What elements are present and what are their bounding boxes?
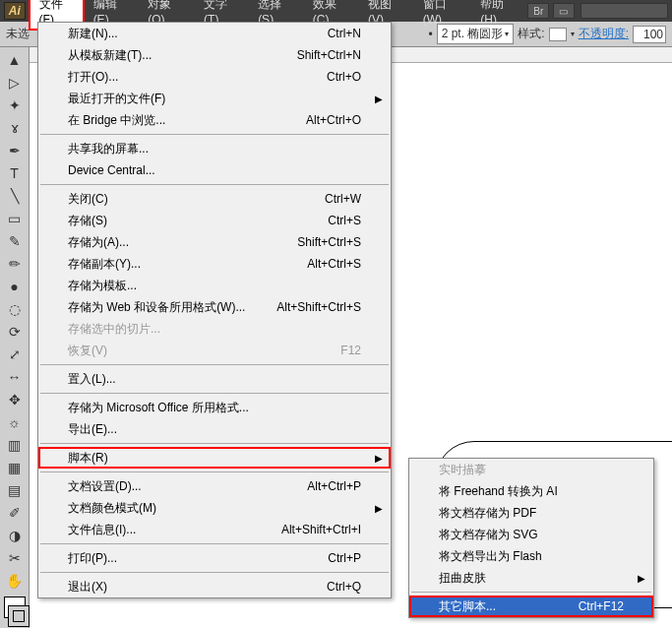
menu-item-label: 退出(X) — [68, 579, 327, 596]
menu-item[interactable]: 扭曲皮肤▶ — [409, 567, 653, 589]
eyedropper-tool[interactable]: ✐ — [3, 502, 27, 524]
submenu-arrow-icon: ▶ — [375, 453, 383, 464]
menu-item-label: 存储为模板... — [68, 278, 361, 294]
menu-item[interactable]: 退出(X)Ctrl+Q — [38, 576, 391, 597]
menu-item: 恢复(V)F12 — [38, 340, 391, 361]
menu-item[interactable]: 将文档存储为 SVG — [409, 524, 653, 545]
menu-item[interactable]: 存储副本(Y)...Alt+Ctrl+S — [38, 253, 391, 275]
menu-shortcut: Alt+Ctrl+S — [307, 257, 361, 271]
search-input[interactable] — [580, 3, 668, 19]
type-tool[interactable]: T — [3, 162, 27, 184]
menu-item[interactable]: 将文档导出为 Flash — [409, 545, 653, 567]
menu-item[interactable]: 将 Freehand 转换为 AI — [409, 480, 653, 502]
scale-tool[interactable]: ⤢ — [3, 344, 27, 365]
menu-item-label: 将 Freehand 转换为 AI — [439, 483, 624, 500]
menu-item[interactable]: 存储为(A)...Shift+Ctrl+S — [38, 231, 391, 253]
menu-item[interactable]: 最近打开的文件(F)▶ — [38, 88, 391, 109]
free-tool[interactable]: ✥ — [3, 389, 27, 410]
graph-tool[interactable]: ▥ — [3, 434, 27, 456]
gradient-tool[interactable]: ▤ — [3, 479, 27, 501]
menu-item-label: 存储副本(Y)... — [68, 256, 307, 273]
menu-item[interactable]: 其它脚本...Ctrl+F12 — [409, 596, 653, 617]
pen-tool[interactable]: ✒ — [3, 140, 27, 161]
slice-tool[interactable]: ✂ — [3, 547, 27, 569]
menu-item[interactable]: 在 Bridge 中浏览...Alt+Ctrl+O — [38, 109, 391, 131]
menu-item-label: 共享我的屏幕... — [68, 141, 361, 157]
stroke-swatch[interactable] — [8, 605, 30, 627]
menu-item[interactable]: 将文档存储为 PDF — [409, 502, 653, 524]
menu-item-label: 存储为 Microsoft Office 所用格式... — [68, 400, 361, 416]
menu-item[interactable]: 导出(E)... — [38, 418, 391, 440]
menu-item[interactable]: 文档颜色模式(M)▶ — [38, 497, 391, 519]
bridge-icon[interactable]: Br — [527, 3, 549, 19]
menu-item-label: 实时描摹 — [439, 462, 624, 478]
menu-item[interactable]: 文档设置(D)...Alt+Ctrl+P — [38, 475, 391, 497]
menu-item[interactable]: 存储为模板... — [38, 275, 391, 296]
menu-item-label: 恢复(V) — [68, 343, 340, 359]
menu-item[interactable]: 文件信息(I)...Alt+Shift+Ctrl+I — [38, 519, 391, 540]
menu-item-label: 将文档存储为 SVG — [439, 527, 624, 543]
opacity-value[interactable]: 100 — [633, 26, 666, 43]
menu-separator — [40, 184, 389, 185]
menubar: Ai 文件(F) 编辑(E) 对象(O) 文字(T) 选择(S) 效果(C) 视… — [0, 0, 672, 22]
rect-tool[interactable]: ▭ — [3, 208, 27, 229]
menu-shortcut: Alt+Ctrl+O — [306, 113, 361, 127]
menu-item-label: 打印(P)... — [68, 550, 328, 567]
menu-item[interactable]: 打印(P)...Ctrl+P — [38, 547, 391, 569]
menu-separator — [411, 592, 651, 593]
menu-separator — [40, 471, 389, 472]
selection-tool[interactable]: ▲ — [3, 49, 27, 71]
submenu-arrow-icon: ▶ — [638, 573, 645, 584]
menu-item[interactable]: 新建(N)...Ctrl+N — [38, 23, 391, 44]
menu-item-label: 文档设置(D)... — [68, 478, 307, 495]
app-logo: Ai — [4, 2, 26, 20]
width-tool[interactable]: ↔ — [3, 366, 27, 388]
layout-icon[interactable]: ▭ — [553, 3, 575, 19]
direct-select-tool[interactable]: ▷ — [3, 72, 27, 94]
mesh-tool[interactable]: ▦ — [3, 457, 27, 478]
symbol-tool[interactable]: ☼ — [3, 411, 27, 433]
menu-separator — [40, 393, 389, 394]
menu-item-label: Device Central... — [68, 163, 361, 177]
lasso-tool[interactable]: ɤ — [3, 117, 27, 139]
submenu-arrow-icon: ▶ — [375, 94, 383, 104]
style-label: 样式: — [518, 26, 544, 42]
opacity-label[interactable]: 不透明度: — [579, 26, 629, 42]
brush-tool[interactable]: ✎ — [3, 230, 27, 252]
blend-tool[interactable]: ◑ — [3, 525, 27, 546]
menu-item[interactable]: 存储为 Microsoft Office 所用格式... — [38, 397, 391, 418]
menu-item-label: 将文档存储为 PDF — [439, 505, 624, 522]
magic-wand-tool[interactable]: ✦ — [3, 94, 27, 116]
rotate-tool[interactable]: ⟳ — [3, 321, 27, 343]
menu-item[interactable]: 存储(S)Ctrl+S — [38, 210, 391, 231]
menu-item-label: 脚本(R) — [68, 450, 361, 467]
menu-shortcut: Ctrl+N — [328, 27, 361, 40]
menu-shortcut: Ctrl+W — [325, 192, 361, 206]
eraser-tool[interactable]: ◌ — [3, 298, 27, 320]
menu-item[interactable]: 存储为 Web 和设备所用格式(W)...Alt+Shift+Ctrl+S — [38, 296, 391, 318]
doc-state-label: 未选 — [6, 26, 30, 42]
line-tool[interactable]: ╲ — [3, 185, 27, 207]
menu-shortcut: Alt+Ctrl+P — [307, 479, 361, 493]
menu-shortcut: Ctrl+S — [328, 214, 361, 227]
menu-shortcut: Ctrl+F12 — [579, 599, 624, 613]
menu-item[interactable]: 共享我的屏幕... — [38, 138, 391, 159]
blob-tool[interactable]: ● — [3, 276, 27, 297]
menu-shortcut: Ctrl+Q — [327, 580, 361, 594]
menu-shortcut: F12 — [340, 344, 361, 357]
menu-shortcut: Shift+Ctrl+N — [297, 48, 361, 62]
stroke-profile-dropdown[interactable]: 2 pt. 椭圆形▾ — [437, 24, 515, 44]
menu-item-label: 文档颜色模式(M) — [68, 500, 361, 517]
pencil-tool[interactable]: ✏ — [3, 253, 27, 275]
menu-item-label: 最近打开的文件(F) — [68, 91, 361, 107]
style-swatch[interactable] — [549, 28, 567, 41]
menu-item[interactable]: 脚本(R)▶ — [38, 447, 391, 469]
menu-item[interactable]: 关闭(C)Ctrl+W — [38, 188, 391, 210]
menu-separator — [40, 364, 389, 365]
hand-tool[interactable]: ✋ — [3, 570, 27, 592]
menu-item[interactable]: 从模板新建(T)...Shift+Ctrl+N — [38, 44, 391, 66]
menu-item[interactable]: 打开(O)...Ctrl+O — [38, 66, 391, 88]
menu-item[interactable]: Device Central... — [38, 159, 391, 181]
menu-separator — [40, 572, 389, 573]
menu-item[interactable]: 置入(L)... — [38, 368, 391, 390]
